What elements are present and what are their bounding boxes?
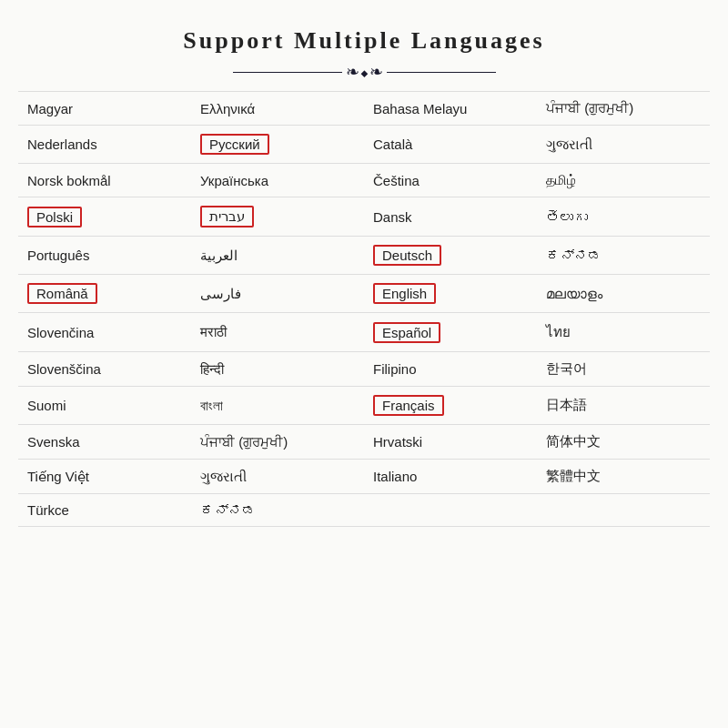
lang-cell: Suomi	[18, 387, 191, 425]
lang-cell: Català	[364, 126, 537, 164]
lang-cell: Ελληνικά	[191, 92, 364, 126]
lang-cell: العربية	[191, 237, 364, 275]
page-wrapper: Support Multiple Languages ❧⬥❧ MagyarΕλλ…	[0, 0, 728, 545]
boxed-lang-label: Русский	[200, 134, 269, 155]
lang-cell: ಕನ್ನಡ	[191, 494, 364, 527]
table-row: SlovenčinaमराठीEspañolไทย	[18, 313, 710, 352]
lang-cell: English	[364, 275, 537, 313]
lang-cell: ไทย	[537, 313, 710, 352]
lang-cell: Tiếng Việt	[18, 460, 191, 494]
boxed-lang-label: English	[373, 283, 436, 304]
lang-cell: Nederlands	[18, 126, 191, 164]
lang-cell: Italiano	[364, 460, 537, 494]
lang-cell: Français	[364, 387, 537, 425]
boxed-lang-label: עברית	[200, 206, 254, 228]
table-row: Tiếng ViệtગુજરાતીItaliano繁體中文	[18, 460, 710, 494]
lang-cell: Filipino	[364, 352, 537, 387]
lang-cell: Slovenčina	[18, 313, 191, 352]
table-row: Türkceಕನ್ನಡ	[18, 494, 710, 527]
lang-cell: Deutsch	[364, 237, 537, 275]
lang-cell: Українська	[191, 164, 364, 197]
table-row: RomânăفارسیEnglishമലയാളം	[18, 275, 710, 313]
lang-cell: Polski	[18, 197, 191, 237]
lang-cell: తెలుగు	[537, 197, 710, 237]
boxed-lang-label: Română	[27, 283, 97, 304]
table-row: PortuguêsالعربيةDeutschಕನ್ನಡ	[18, 237, 710, 275]
lang-cell: ಕನ್ನಡ	[537, 237, 710, 275]
table-row: Svenskaਪੰਜਾਬੀ (ਗੁਰਮੁਖੀ)Hrvatski简体中文	[18, 425, 710, 460]
lang-cell: हिन्दी	[191, 352, 364, 387]
boxed-lang-label: Deutsch	[373, 245, 441, 266]
lang-cell: Magyar	[18, 92, 191, 126]
lang-cell: 日本語	[537, 387, 710, 425]
table-row: NederlandsРусскийCatalàગુજરાતી	[18, 126, 710, 164]
lang-cell: Hrvatski	[364, 425, 537, 460]
lang-cell: मराठी	[191, 313, 364, 352]
table-row: Slovenščinaहिन्दीFilipino한국어	[18, 352, 710, 387]
lang-cell: 繁體中文	[537, 460, 710, 494]
lang-cell: தமிழ்	[537, 164, 710, 197]
language-table: MagyarΕλληνικάBahasa Melayuਪੰਜਾਬੀ (ਗੁਰਮੁ…	[18, 91, 710, 527]
boxed-lang-label: Polski	[27, 207, 82, 228]
table-row: MagyarΕλληνικάBahasa Melayuਪੰਜਾਬੀ (ਗੁਰਮੁ…	[18, 92, 710, 126]
lang-cell: বাংলা	[191, 387, 364, 425]
lang-cell: Español	[364, 313, 537, 352]
lang-cell: فارسی	[191, 275, 364, 313]
lang-cell	[364, 494, 537, 527]
boxed-lang-label: Français	[373, 395, 444, 416]
title-section: Support Multiple Languages ❧⬥❧	[18, 27, 710, 82]
lang-cell: 简体中文	[537, 425, 710, 460]
page-title: Support Multiple Languages	[18, 27, 710, 55]
lang-cell: ગુજરાતી	[191, 460, 364, 494]
boxed-lang-label: Español	[373, 322, 440, 343]
lang-cell: Dansk	[364, 197, 537, 237]
lang-cell: ગુજરાતી	[537, 126, 710, 164]
lang-cell: Română	[18, 275, 191, 313]
lang-cell: עברית	[191, 197, 364, 237]
lang-cell: Norsk bokmål	[18, 164, 191, 197]
lang-cell	[537, 494, 710, 527]
lang-cell: ਪੰਜਾਬੀ (ਗੁਰਮੁਖੀ)	[537, 92, 710, 126]
ornament-divider: ❧⬥❧	[18, 62, 710, 82]
lang-cell: Português	[18, 237, 191, 275]
lang-cell: Čeština	[364, 164, 537, 197]
lang-cell: ਪੰਜਾਬੀ (ਗੁਰਮੁਖੀ)	[191, 425, 364, 460]
table-row: PolskiעבריתDanskతెలుగు	[18, 197, 710, 237]
lang-cell: Bahasa Melayu	[364, 92, 537, 126]
lang-cell: Русский	[191, 126, 364, 164]
table-row: Norsk bokmålУкраїнськаČeštinaதமிழ்	[18, 164, 710, 197]
table-row: SuomiবাংলাFrançais日本語	[18, 387, 710, 425]
lang-cell: മലയാളം	[537, 275, 710, 313]
lang-cell: Türkce	[18, 494, 191, 527]
lang-cell: 한국어	[537, 352, 710, 387]
lang-cell: Slovenščina	[18, 352, 191, 387]
lang-cell: Svenska	[18, 425, 191, 460]
